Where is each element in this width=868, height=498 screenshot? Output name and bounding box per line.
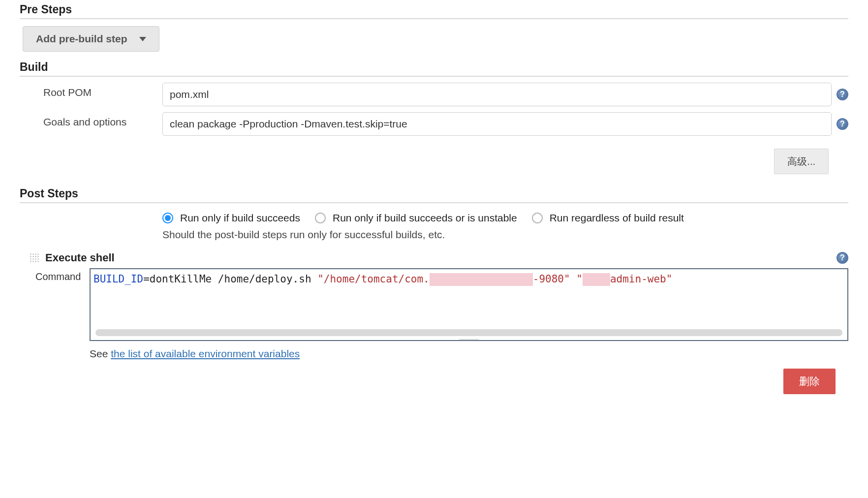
command-textarea[interactable]: BUILD_ID=dontKillMe /home/deploy.sh "/ho…: [90, 268, 848, 341]
radio-run-if-unstable[interactable]: [315, 213, 326, 223]
code-token-string: ": [576, 273, 583, 285]
redacted-block: [583, 273, 610, 286]
code-token-plain: =dontKillMe /home/deploy.sh: [143, 273, 317, 285]
code-token-string: admin-web": [610, 273, 672, 285]
drag-handle-icon[interactable]: [30, 253, 39, 263]
execute-shell-title: Execute shell: [45, 251, 831, 264]
code-token-string: "/home/tomcat/com.: [317, 273, 430, 285]
horizontal-scrollbar[interactable]: [95, 329, 842, 336]
caret-down-icon: [139, 37, 146, 41]
see-prefix: See: [90, 348, 111, 359]
goals-input[interactable]: [162, 112, 832, 136]
post-steps-heading: Post Steps: [20, 184, 848, 203]
radio-run-regardless-label: Run regardless of build result: [550, 212, 684, 224]
radio-run-regardless[interactable]: [532, 213, 543, 223]
pre-steps-heading: Pre Steps: [20, 0, 848, 19]
command-label: Command: [35, 268, 90, 341]
env-vars-link[interactable]: the list of available environment variab…: [111, 348, 300, 359]
radio-run-if-unstable-label: Run only if build succeeds or is unstabl…: [333, 212, 517, 224]
help-icon[interactable]: ?: [837, 89, 848, 100]
code-token-plain: [570, 273, 577, 285]
help-icon[interactable]: ?: [837, 118, 848, 130]
post-steps-description: Should the post-build steps run only for…: [162, 229, 848, 241]
help-icon[interactable]: ?: [837, 252, 848, 264]
root-pom-label: Root POM: [20, 83, 162, 98]
env-vars-hint: See the list of available environment va…: [90, 348, 848, 360]
radio-run-if-succeeds[interactable]: [162, 213, 173, 223]
root-pom-input[interactable]: [162, 83, 832, 106]
redacted-block: [430, 273, 533, 286]
resize-handle[interactable]: [459, 338, 479, 341]
add-pre-build-step-button[interactable]: Add pre-build step: [23, 26, 159, 52]
code-token-var: BUILD_ID: [93, 273, 143, 285]
advanced-button[interactable]: 高级...: [774, 149, 829, 174]
delete-button[interactable]: 删除: [783, 369, 836, 394]
radio-run-if-succeeds-label: Run only if build succeeds: [180, 212, 300, 224]
post-steps-radio-group: Run only if build succeeds Run only if b…: [162, 212, 848, 224]
add-pre-build-step-label: Add pre-build step: [36, 33, 127, 45]
build-heading: Build: [20, 58, 848, 77]
code-token-string: -9080": [533, 273, 570, 285]
goals-label: Goals and options: [20, 112, 162, 128]
